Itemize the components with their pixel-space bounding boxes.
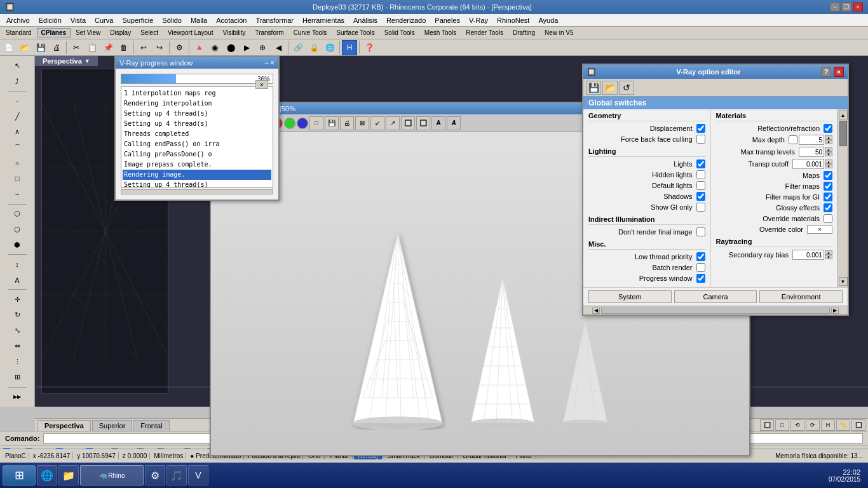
vo-max-transp-down[interactable]: ▼ — [825, 152, 832, 156]
tool-scale[interactable]: ⤡ — [8, 323, 26, 338]
tab-drafting[interactable]: Drafting — [508, 28, 539, 37]
vo-transp-cutoff-down[interactable]: ▼ — [825, 164, 832, 168]
taskbar-ie[interactable]: 🌐 — [37, 465, 57, 485]
vp-toolbar-btn-7[interactable]: 🔲 — [851, 419, 865, 431]
vf-btn-save[interactable]: 💾 — [325, 116, 339, 130]
vo-show-gi-check[interactable] — [696, 203, 705, 212]
taskbar-app4[interactable]: 🎵 — [166, 465, 187, 485]
tab-surface[interactable]: Surface Tools — [332, 28, 379, 37]
tab-select[interactable]: Select — [136, 28, 163, 37]
tab-newv5[interactable]: New in V5 — [540, 28, 578, 37]
vo-scroll-h-thumb[interactable] — [601, 308, 830, 314]
menu-acotacion[interactable]: Acotación — [212, 15, 250, 25]
tool-annotation[interactable]: A — [8, 273, 26, 288]
tool-freeform[interactable]: ~ — [8, 187, 26, 202]
tool-grid[interactable]: H — [342, 40, 357, 55]
vo-max-depth-up[interactable]: ▲ — [825, 135, 832, 140]
tab-perspectiva[interactable]: Perspectiva — [37, 420, 91, 431]
tool-r1[interactable]: 🔺 — [191, 40, 207, 55]
vo-max-depth-down[interactable]: ▼ — [825, 140, 832, 144]
taskbar-file[interactable]: 📁 — [58, 465, 79, 485]
menu-vray[interactable]: V-Ray — [465, 15, 492, 25]
vf-btn-circle4[interactable] — [297, 118, 308, 129]
vo-scroll-up[interactable]: ▲ — [839, 111, 848, 119]
tool-redo[interactable]: ↪ — [152, 40, 167, 55]
menu-renderizado[interactable]: Renderizado — [383, 15, 430, 25]
vo-save-btn[interactable]: 💾 — [586, 81, 601, 95]
vo-transp-cutoff-up[interactable]: ▲ — [825, 159, 832, 164]
vo-hidden-lights-check[interactable] — [696, 170, 705, 179]
menu-ayuda[interactable]: Ayuda — [534, 15, 562, 25]
tool-point[interactable]: · — [8, 93, 26, 109]
vo-scroll-down[interactable]: ▼ — [839, 277, 848, 286]
vp-toolbar-btn-3[interactable]: ⟲ — [790, 419, 804, 431]
vo-reset-btn[interactable]: ↺ — [619, 81, 634, 95]
vo-displacement-check[interactable] — [696, 124, 705, 133]
vp-toolbar-btn-4[interactable]: ⟳ — [806, 419, 820, 431]
taskbar-start[interactable]: ⊞ — [3, 465, 36, 485]
vo-dontrender-check[interactable] — [696, 227, 705, 236]
tab-solid[interactable]: Solid Tools — [380, 28, 419, 37]
menu-archivo[interactable]: Archivo — [3, 15, 34, 25]
vp-toolbar-btn-5[interactable]: H — [821, 419, 835, 431]
vo-scroll-thumb[interactable] — [839, 121, 847, 146]
tool-select[interactable]: ↖ — [8, 58, 26, 74]
vo-max-transp-input[interactable] — [799, 147, 824, 157]
vf-btn-a1[interactable]: A — [431, 116, 445, 130]
vp-toolbar-btn-2[interactable]: □ — [775, 419, 789, 431]
restore-btn[interactable]: ❐ — [841, 3, 851, 11]
vo-override-mat-check[interactable] — [824, 214, 832, 223]
taskbar-chrome[interactable]: ⚙ — [145, 465, 165, 485]
tool-dimension[interactable]: ↕ — [8, 257, 26, 272]
tool-r6[interactable]: ◀ — [271, 40, 286, 55]
vo-scrollbar-h[interactable]: ◀ ▶ — [583, 306, 848, 315]
vf-btn-zoom2[interactable]: 🔲 — [416, 116, 430, 130]
vo-max-depth-check[interactable] — [789, 135, 797, 144]
vray-progress-minimize[interactable]: − — [264, 58, 269, 67]
tool-help[interactable]: ❓ — [362, 40, 377, 55]
vp-toolbar-btn-6[interactable]: 📏 — [836, 419, 850, 431]
tool-rect[interactable]: □ — [8, 172, 26, 187]
vo-filter-maps-check[interactable] — [824, 182, 832, 191]
vo-shadows-check[interactable] — [696, 192, 705, 201]
close-btn[interactable]: × — [853, 3, 863, 11]
tab-superior[interactable]: Superior — [92, 420, 133, 431]
tool-lasso[interactable]: ⤴ — [8, 74, 26, 90]
tool-circle[interactable]: ○ — [8, 156, 26, 171]
vo-secondary-ray-down[interactable]: ▼ — [825, 255, 832, 259]
minimize-btn[interactable]: − — [830, 3, 840, 11]
tool-array[interactable]: ⋮ — [8, 355, 26, 370]
vray-options-help[interactable]: ? — [821, 67, 831, 77]
taskbar-rhino[interactable]: 🦏 Rhino — [80, 465, 144, 485]
vo-low-thread-check[interactable] — [696, 252, 705, 261]
vo-secondary-ray-up[interactable]: ▲ — [825, 250, 832, 255]
menu-herramientas[interactable]: Herramientas — [299, 15, 348, 25]
menu-superficie[interactable]: Superficie — [118, 15, 157, 25]
vf-btn-circle3[interactable] — [284, 118, 295, 129]
vo-maps-check[interactable] — [824, 171, 832, 180]
tool-options[interactable]: ⚙ — [172, 40, 187, 55]
vo-filter-maps-gi-check[interactable] — [824, 193, 832, 201]
tool-open[interactable]: 📂 — [17, 40, 32, 55]
vf-btn-close2[interactable]: ⊠ — [355, 116, 369, 130]
menu-rhinonest[interactable]: RhinoNest — [493, 15, 533, 25]
vo-transp-cutoff-input[interactable] — [792, 159, 824, 169]
vf-btn-out[interactable]: ↗ — [386, 116, 400, 130]
tool-surface[interactable]: ⬡ — [8, 207, 26, 222]
taskbar-vray[interactable]: V — [188, 465, 208, 485]
vo-max-transp-up[interactable]: ▲ — [825, 147, 832, 152]
viewport-tab-perspectiva[interactable]: Perspectiva ▼ — [35, 56, 98, 66]
tab-transform[interactable]: Transform — [250, 28, 288, 37]
tool-paste[interactable]: 📌 — [100, 40, 116, 55]
tool-undo[interactable]: ↩ — [136, 40, 151, 55]
tab-viewport[interactable]: Viewport Layout — [163, 28, 218, 37]
tool-more[interactable]: ▶▶ — [8, 390, 26, 405]
tab-curve[interactable]: Curve Tools — [289, 28, 332, 37]
tool-polyline[interactable]: ∧ — [8, 125, 26, 140]
menu-malla[interactable]: Malla — [187, 15, 211, 25]
menu-paneles[interactable]: Paneles — [431, 15, 464, 25]
vf-btn-zoom1[interactable]: 🔲 — [401, 116, 415, 130]
vray-progress-close[interactable]: × — [270, 58, 275, 67]
tool-line[interactable]: ╱ — [8, 109, 26, 125]
tool-mirror[interactable]: ⇔ — [8, 339, 26, 354]
